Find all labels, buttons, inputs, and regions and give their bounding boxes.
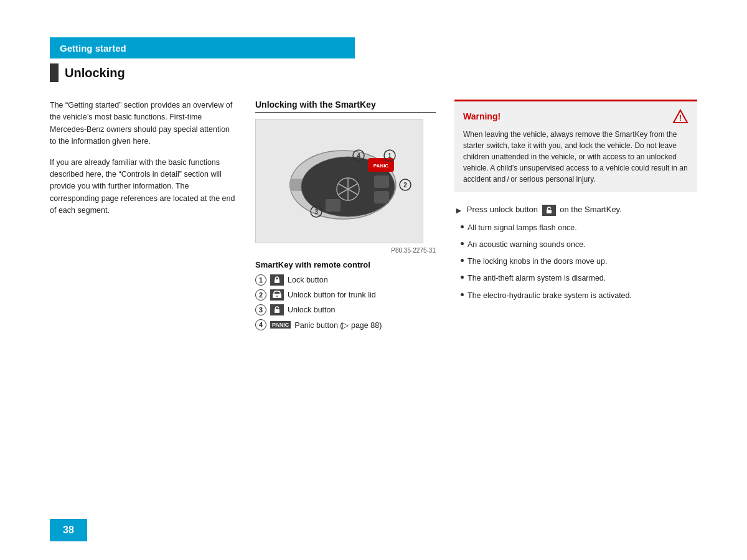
bullet-dot-2 xyxy=(461,242,464,245)
smartkey-heading: Unlocking with the SmartKey xyxy=(255,100,436,113)
warning-triangle-icon: ! xyxy=(672,109,688,124)
svg-text:3: 3 xyxy=(314,208,318,215)
section-title: Unlocking xyxy=(65,66,125,80)
lock-icon-box xyxy=(270,274,284,286)
unlock-icon-box xyxy=(270,304,284,315)
svg-text:1: 1 xyxy=(388,152,392,159)
bullet-dot-1 xyxy=(461,225,464,228)
arrow-right-icon: ► xyxy=(454,205,463,215)
item-num-3: 3 xyxy=(255,304,266,315)
svg-rect-18 xyxy=(374,175,389,188)
bullet-list: All turn signal lamps flash once. An aco… xyxy=(454,222,697,301)
left-column: The “Getting started” section provides a… xyxy=(50,100,237,510)
smartkey-image: PANIC 1 2 3 4 xyxy=(255,119,423,243)
content-area: The “Getting started” section provides a… xyxy=(50,100,697,510)
warning-title-text: Warning! xyxy=(463,111,500,121)
smartkey-item-3: 3 Unlock button xyxy=(255,304,436,315)
bullet-text-2: An acoustic warning sounds once. xyxy=(467,239,586,250)
trunk-icon xyxy=(272,291,282,299)
item-num-2: 2 xyxy=(255,289,266,301)
unlock-icon xyxy=(273,306,281,314)
bullet-item-2: An acoustic warning sounds once. xyxy=(461,239,697,250)
bullet-item-5: The electro-hydraulic brake system is ac… xyxy=(461,290,697,301)
bullet-text-3: The locking knobs in the doors move up. xyxy=(467,256,607,267)
bullet-dot-3 xyxy=(461,259,464,262)
right-column: Warning! ! When leaving the vehicle, alw… xyxy=(454,100,697,510)
svg-rect-19 xyxy=(374,191,389,203)
svg-text:!: ! xyxy=(679,114,682,123)
svg-text:4: 4 xyxy=(357,152,360,159)
intro-para1: The “Getting started” section provides a… xyxy=(50,100,237,148)
bullet-text-1: All turn signal lamps flash once. xyxy=(467,222,577,233)
svg-text:2: 2 xyxy=(403,182,407,189)
item-num-4: 4 xyxy=(255,319,266,330)
warning-title-row: Warning! ! xyxy=(463,109,688,124)
trunk-icon-box xyxy=(270,289,284,301)
smartkey-svg: PANIC 1 2 3 4 xyxy=(256,119,423,243)
section-title-row: Unlocking xyxy=(50,63,125,82)
smartkey-item-4: 4 PANIC Panic button (▷ page 88) xyxy=(255,319,436,330)
item-3-label: Unlock button xyxy=(288,306,335,314)
smartkey-item-2: 2 Unlock button for trunk lid xyxy=(255,289,436,301)
lock-icon xyxy=(273,276,281,284)
bullet-item-1: All turn signal lamps flash once. xyxy=(461,222,697,233)
press-instruction: ► Press unlock button on the SmartKey. xyxy=(454,205,697,216)
image-caption: P80.35-2275-31 xyxy=(255,247,436,254)
svg-text:PANIC: PANIC xyxy=(374,163,389,169)
instruction-block: ► Press unlock button on the SmartKey. xyxy=(454,205,697,301)
press-suffix: on the SmartKey. xyxy=(560,205,621,214)
warning-text: When leaving the vehicle, always remove … xyxy=(463,129,688,185)
item-2-label: Unlock button for trunk lid xyxy=(288,291,376,299)
bullet-item-4: The anti-theft alarm system is disarmed. xyxy=(461,273,697,284)
svg-rect-23 xyxy=(275,309,280,313)
smartkey-section-title: SmartKey with remote control xyxy=(255,260,436,269)
smartkey-label-section: SmartKey with remote control 1 Lock butt… xyxy=(255,260,436,330)
bullet-dot-4 xyxy=(461,276,464,279)
intro-para2: If you are already familiar with the bas… xyxy=(50,157,237,217)
item-1-label: Lock button xyxy=(288,276,328,284)
bullet-dot-5 xyxy=(461,293,464,296)
svg-rect-20 xyxy=(326,199,341,212)
bullet-text-5: The electro-hydraulic brake system is ac… xyxy=(467,290,632,301)
svg-rect-21 xyxy=(275,279,280,283)
section-title-bar xyxy=(50,63,59,82)
smartkey-item-1: 1 Lock button xyxy=(255,274,436,286)
page-number-text: 38 xyxy=(63,525,74,536)
warning-box: Warning! ! When leaving the vehicle, alw… xyxy=(454,100,697,192)
bullet-text-4: The anti-theft alarm system is disarmed. xyxy=(467,273,606,284)
item-num-1: 1 xyxy=(255,274,266,286)
panic-icon-box: PANIC xyxy=(270,321,291,329)
header-title: Getting started xyxy=(60,43,126,54)
page-number-box: 38 xyxy=(50,519,87,541)
middle-column: Unlocking with the SmartKey PANIC 1 xyxy=(255,100,436,510)
press-text: Press unlock button on the SmartKey. xyxy=(467,205,622,216)
svg-rect-25 xyxy=(547,210,552,213)
unlock-inline-icon xyxy=(542,205,556,216)
press-label: Press unlock button xyxy=(467,205,538,214)
item-4-label: Panic button (▷ page 88) xyxy=(294,320,382,330)
bullet-item-3: The locking knobs in the doors move up. xyxy=(461,256,697,267)
unlock-inline-svg xyxy=(545,206,553,215)
header-bar: Getting started xyxy=(50,37,355,58)
